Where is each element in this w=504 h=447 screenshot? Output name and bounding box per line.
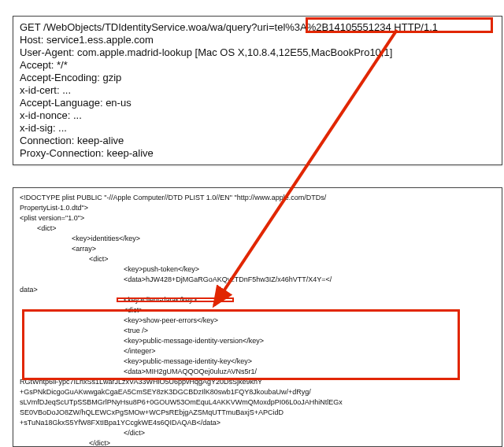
hdr-nonce: x-id-nonce: ... bbox=[20, 109, 495, 122]
hdr-proxy: Proxy-Connection: keep-alive bbox=[20, 147, 495, 160]
req-line: GET /WebObjects/TDIdentityService.woa/wa… bbox=[20, 21, 495, 34]
pl-dict3-open: <dict> bbox=[20, 305, 495, 316]
pl-dict2-close: </dict> bbox=[20, 438, 495, 447]
hdr-lang: Accept-Language: en-us bbox=[20, 97, 495, 109]
pl-data-pub4: sLVmfDJeqScUTpSSBMGrlPNyHsu8P6+0GOUW53Om… bbox=[20, 397, 495, 408]
hdr-host: Host: service1.ess.apple.com bbox=[20, 34, 495, 46]
pl-key-show: <key>show-peer-errors</key> bbox=[20, 316, 495, 326]
pl-key-client: <key>client-data</key> bbox=[20, 295, 495, 305]
pl-dict3-close: </dict> bbox=[20, 428, 495, 438]
hdr-conn: Connection: keep-alive bbox=[20, 135, 495, 147]
hdr-enc: Accept-Encoding: gzip bbox=[20, 72, 495, 84]
hdr-accept: Accept: */* bbox=[20, 59, 495, 72]
pl-data-push: <data>hJW428+DjMGaRGoAKQvzTDnF5hw3IZ/x46… bbox=[20, 275, 495, 285]
pl-data-pub1: <data>MIH2gUMAQQOQej0uluzAVNs5r1/ bbox=[20, 367, 495, 377]
pl-plist-open: <plist version="1.0"> bbox=[20, 213, 495, 224]
pl-wbr1: </integer> bbox=[20, 346, 495, 356]
hdr-sig: x-id-sig: ... bbox=[20, 122, 495, 135]
pl-data-pub2: RGtWntp6iFypc7ILnxSs1LwarJLzxVA33WHiO5U6… bbox=[20, 377, 495, 387]
pl-data-pub3: +GsPNkDicgoGuAKwwgakCgaEA5CmSEY8zK3DGCBD… bbox=[20, 387, 495, 397]
pl-key-pmiv: <key>public-message-identity-version</ke… bbox=[20, 336, 495, 346]
pl-true: <true /> bbox=[20, 326, 495, 336]
http-request-box: GET /WebObjects/TDIdentityService.woa/wa… bbox=[13, 16, 502, 165]
hdr-cert: x-id-cert: ... bbox=[20, 84, 495, 97]
pl-dict-open: <dict> bbox=[20, 224, 495, 234]
pl-doctype: <!DOCTYPE plist PUBLIC "-//Apple Compute… bbox=[20, 193, 495, 203]
hdr-ua: User-Agent: com.apple.madrid-lookup [Mac… bbox=[20, 46, 495, 59]
plist-response-box: <!DOCTYPE plist PUBLIC "-//Apple Compute… bbox=[13, 187, 502, 447]
pl-doctype2: PropertyList-1.0.dtd"> bbox=[20, 203, 495, 213]
pl-key-push: <key>push-token</key> bbox=[20, 264, 495, 275]
pl-data-push2: data> bbox=[20, 285, 495, 295]
pl-key-pmik: <key>public-message-identity-key</key> bbox=[20, 356, 495, 367]
pl-key-identities: <key>identities</key> bbox=[20, 234, 495, 244]
pl-data-pub6: +sTuNa18GkxS5YfW8FXtIBpa1YCcgkWE4s6QIDAQ… bbox=[20, 418, 495, 428]
pl-data-pub5: SE0VBoDoJO8ZW/hQLEWCxPgSMOw+WCPsREbjgAZS… bbox=[20, 408, 495, 418]
pl-dict2-open: <dict> bbox=[20, 254, 495, 264]
pl-array-open: <array> bbox=[20, 244, 495, 254]
